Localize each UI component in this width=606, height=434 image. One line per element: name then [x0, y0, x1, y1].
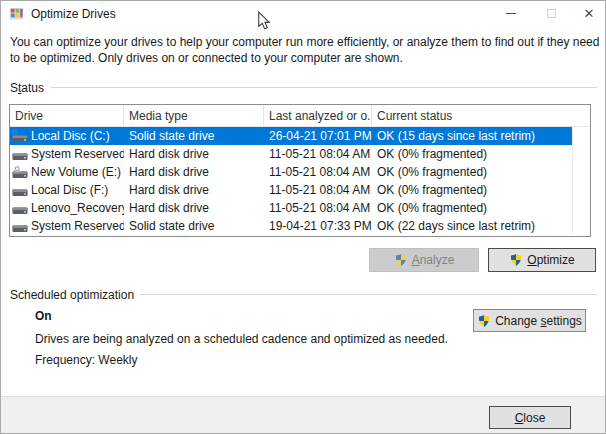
- drive-icon: [12, 202, 28, 215]
- drives-table-header: Drive Media type Last analyzed or o... C…: [10, 105, 590, 127]
- status-group-label: Status: [10, 81, 50, 95]
- locked-drive-icon: [12, 166, 28, 179]
- dialog-description: You can optimize your drives to help you…: [10, 34, 602, 66]
- status-group-line: [51, 87, 597, 88]
- column-header-drive[interactable]: Drive: [10, 105, 124, 126]
- table-row-local-disc-c[interactable]: Local Disc (C:) Solid state drive 26-04-…: [10, 127, 572, 145]
- uac-shield-icon: [394, 253, 408, 267]
- schedule-frequency: Frequency: Weekly: [35, 353, 138, 367]
- window-title: Optimize Drives: [31, 7, 116, 21]
- uac-shield-icon: [509, 253, 523, 267]
- optimize-drives-dialog: Optimize Drives ✕ You can optimize your …: [0, 0, 606, 434]
- table-row-lenovo-recovery[interactable]: Lenovo_Recovery (... Hard disk drive 11-…: [10, 199, 572, 217]
- maximize-icon: [547, 9, 556, 18]
- table-row-system-reserved-d[interactable]: System Reserved (D:) Hard disk drive 11-…: [10, 145, 572, 163]
- minimize-button[interactable]: [496, 1, 526, 25]
- minimize-icon: [506, 13, 516, 14]
- scheduled-group-line: [126, 294, 597, 295]
- close-button[interactable]: Close: [489, 406, 571, 429]
- analyze-button[interactable]: Analyze: [369, 248, 479, 272]
- table-row-new-volume-e[interactable]: New Volume (E:) Hard disk drive 11-05-21…: [10, 163, 572, 181]
- maximize-button[interactable]: [536, 1, 566, 25]
- uac-shield-icon: [477, 314, 491, 328]
- system-drive-icon: [12, 130, 28, 143]
- drives-table-body: Local Disc (C:) Solid state drive 26-04-…: [10, 127, 590, 235]
- table-row-local-disc-f[interactable]: Local Disc (F:) Hard disk drive 11-05-21…: [10, 181, 572, 199]
- scheduled-optimization-group-label: Scheduled optimization: [10, 288, 140, 302]
- drive-icon: [12, 184, 28, 197]
- optimize-button[interactable]: Optimize: [488, 248, 596, 272]
- defrag-app-icon: [9, 6, 24, 21]
- drive-icon: [12, 220, 28, 233]
- close-window-button[interactable]: ✕: [574, 1, 604, 25]
- close-icon: ✕: [584, 7, 595, 20]
- change-settings-button[interactable]: Change settings: [473, 309, 586, 332]
- schedule-description: Drives are being analyzed on a scheduled…: [35, 332, 448, 346]
- schedule-state: On: [35, 309, 52, 323]
- title-bar: Optimize Drives ✕: [1, 1, 605, 27]
- column-header-current-status[interactable]: Current status: [372, 105, 572, 126]
- column-header-last-analyzed[interactable]: Last analyzed or o...: [264, 105, 372, 126]
- drives-table: Drive Media type Last analyzed or o... C…: [9, 104, 591, 237]
- column-divider: [572, 127, 573, 235]
- column-header-media-type[interactable]: Media type: [124, 105, 264, 126]
- drive-icon: [12, 148, 28, 161]
- table-row-system-reserved[interactable]: System Reserved Solid state drive 19-04-…: [10, 217, 572, 235]
